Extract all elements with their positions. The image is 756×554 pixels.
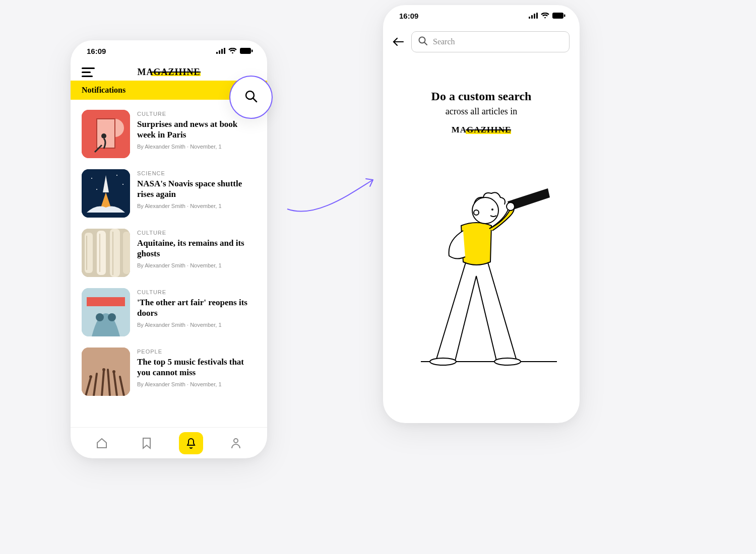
svg-rect-18 [123, 232, 130, 274]
svg-point-24 [96, 313, 104, 321]
svg-rect-38 [564, 15, 565, 17]
menu-button[interactable] [82, 66, 95, 78]
article-title: NASA's Noavis space shuttle rises again [137, 178, 256, 200]
svg-rect-1 [219, 50, 220, 54]
svg-rect-3 [224, 48, 225, 54]
svg-point-12 [122, 184, 123, 185]
svg-rect-2 [221, 49, 223, 54]
article-item[interactable]: CULTURE Aquitaine, its remains and its g… [82, 229, 256, 277]
svg-point-28 [102, 368, 105, 371]
article-category: CULTURE [137, 289, 256, 295]
phone-search: 16:09 [383, 5, 580, 423]
svg-rect-17 [110, 229, 120, 277]
search-hero: Do a custom search across all articles i… [383, 90, 580, 135]
battery-icon [552, 13, 565, 19]
svg-point-27 [89, 375, 92, 378]
status-bar: 16:09 [383, 5, 580, 26]
nav-bookmark[interactable] [135, 432, 159, 454]
svg-point-25 [108, 313, 116, 321]
svg-point-8 [101, 133, 106, 138]
svg-rect-23 [87, 297, 125, 306]
article-meta: By Alexander Smith · November, 1 [137, 381, 256, 387]
article-category: PEOPLE [137, 349, 256, 355]
svg-point-49 [491, 209, 493, 211]
search-icon [418, 36, 428, 48]
wifi-icon [228, 48, 237, 54]
status-indicators [529, 13, 565, 19]
article-title: The top 5 music festivals that you canno… [137, 357, 256, 378]
bottom-nav [71, 427, 267, 458]
status-indicators [216, 48, 253, 54]
hero-title: Do a custom search [383, 90, 580, 103]
signal-icon [529, 13, 538, 19]
svg-point-29 [112, 370, 115, 373]
article-title: Surprises and news at book week in Paris [137, 119, 256, 141]
svg-point-30 [234, 439, 238, 443]
svg-rect-4 [240, 48, 251, 54]
article-item[interactable]: CULTURE 'The other art fair' reopens its… [82, 288, 256, 336]
brand-logo: MAGAZIIINE [452, 125, 512, 135]
signal-icon [216, 48, 225, 54]
status-time: 16:09 [87, 47, 106, 55]
search-highlight-circle[interactable] [229, 76, 273, 119]
article-category: SCIENCE [137, 170, 256, 176]
svg-rect-15 [85, 233, 93, 273]
article-thumb [82, 348, 130, 396]
svg-line-32 [253, 98, 257, 102]
svg-rect-33 [529, 17, 530, 19]
svg-point-11 [116, 175, 117, 176]
search-header [383, 26, 580, 52]
back-button[interactable] [391, 35, 405, 49]
nav-home[interactable] [90, 432, 114, 454]
search-input[interactable] [433, 37, 563, 46]
svg-rect-35 [534, 14, 535, 19]
article-meta: By Alexander Smith · November, 1 [137, 203, 256, 209]
svg-point-44 [494, 358, 521, 365]
battery-icon [240, 48, 253, 54]
nav-bell[interactable] [179, 432, 203, 454]
svg-rect-37 [552, 13, 563, 19]
hero-subtitle: across all articles in [383, 106, 580, 117]
article-meta: By Alexander Smith · November, 1 [137, 262, 256, 268]
article-item[interactable]: SCIENCE NASA's Noavis space shuttle rise… [82, 169, 256, 218]
svg-point-46 [507, 202, 515, 211]
svg-point-43 [430, 358, 456, 365]
search-field[interactable] [411, 31, 570, 52]
brand-logo: MAGAZIIINE [137, 67, 200, 78]
flow-arrow [285, 174, 381, 219]
article-category: CULTURE [137, 230, 256, 236]
app-header: MAGAZIIINE [71, 61, 267, 81]
article-title: 'The other art fair' reopens its doors [137, 297, 256, 319]
article-list[interactable]: CULTURE Surprises and news at book week … [71, 100, 267, 427]
svg-point-13 [96, 189, 97, 190]
article-meta: By Alexander Smith · November, 1 [137, 144, 256, 150]
wifi-icon [541, 13, 549, 19]
status-time: 16:09 [399, 12, 418, 20]
svg-point-48 [474, 210, 479, 215]
svg-line-41 [424, 42, 427, 45]
article-thumb [82, 229, 130, 277]
article-thumb [82, 288, 130, 336]
status-bar: 16:09 [71, 40, 267, 61]
svg-rect-36 [536, 13, 538, 19]
article-thumb [82, 169, 130, 218]
article-item[interactable]: CULTURE Surprises and news at book week … [82, 110, 256, 158]
svg-rect-16 [97, 231, 106, 275]
article-thumb [82, 110, 130, 158]
nav-profile[interactable] [224, 432, 248, 454]
svg-rect-0 [216, 52, 218, 54]
svg-rect-5 [251, 50, 253, 52]
svg-point-10 [91, 178, 92, 179]
search-illustration [401, 160, 562, 372]
article-item[interactable]: PEOPLE The top 5 music festivals that yo… [82, 348, 256, 396]
svg-rect-34 [531, 15, 533, 19]
article-meta: By Alexander Smith · November, 1 [137, 322, 256, 328]
article-title: Aquitaine, its remains and its ghosts [137, 238, 256, 259]
search-icon [243, 89, 259, 106]
